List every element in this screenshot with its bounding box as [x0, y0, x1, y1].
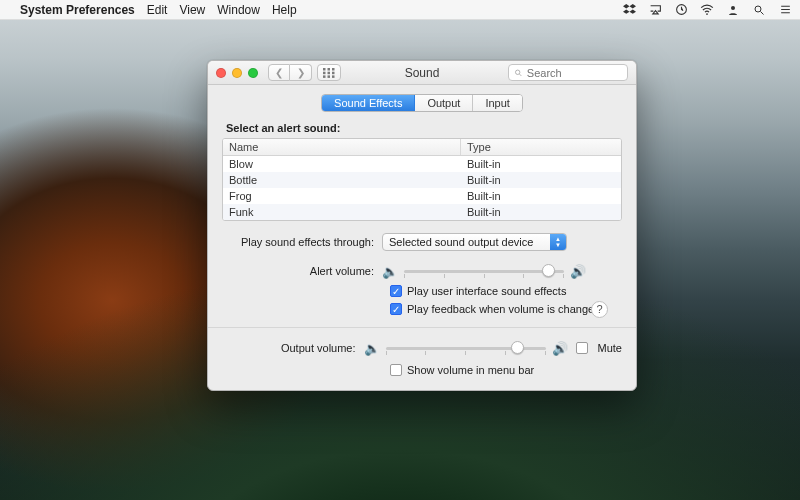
table-row[interactable]: BlowBuilt-in	[223, 156, 621, 172]
alert-volume-slider[interactable]	[404, 263, 564, 279]
svg-rect-11	[328, 75, 331, 78]
svg-rect-10	[323, 75, 326, 78]
speaker-high-icon: 🔊	[570, 264, 586, 279]
alert-name: Bottle	[223, 172, 461, 188]
alert-type: Built-in	[461, 156, 621, 172]
time-machine-icon[interactable]	[674, 3, 688, 17]
back-button[interactable]: ❮	[268, 64, 290, 81]
help-button[interactable]: ?	[591, 301, 608, 318]
svg-rect-7	[323, 71, 326, 74]
alert-sound-heading: Select an alert sound:	[226, 122, 622, 134]
alert-type: Built-in	[461, 204, 621, 220]
table-row[interactable]: BottleBuilt-in	[223, 172, 621, 188]
user-icon[interactable]	[726, 3, 740, 17]
svg-rect-5	[328, 68, 331, 71]
ui-sounds-label: Play user interface sound effects	[407, 285, 566, 297]
speaker-low-icon: 🔈	[364, 341, 380, 356]
column-type[interactable]: Type	[461, 139, 621, 155]
output-volume-label: Output volume:	[222, 342, 364, 354]
menu-help[interactable]: Help	[272, 3, 297, 17]
svg-rect-9	[332, 71, 335, 74]
alert-type: Built-in	[461, 188, 621, 204]
table-row[interactable]: FrogBuilt-in	[223, 188, 621, 204]
svg-point-2	[731, 6, 735, 10]
notification-center-icon[interactable]	[778, 3, 792, 17]
play-through-value: Selected sound output device	[389, 236, 533, 248]
show-all-button[interactable]	[317, 64, 341, 81]
svg-point-3	[755, 6, 761, 12]
volume-feedback-label: Play feedback when volume is changed	[407, 303, 600, 315]
dropbox-icon[interactable]	[622, 3, 636, 17]
tab-output[interactable]: Output	[415, 95, 473, 111]
table-row[interactable]: FunkBuilt-in	[223, 204, 621, 220]
svg-rect-6	[332, 68, 335, 71]
menu-window[interactable]: Window	[217, 3, 260, 17]
speaker-low-icon: 🔈	[382, 264, 398, 279]
app-menu[interactable]: System Preferences	[20, 3, 135, 17]
close-window-button[interactable]	[216, 68, 226, 78]
menu-view[interactable]: View	[179, 3, 205, 17]
speaker-high-icon: 🔊	[552, 341, 568, 356]
wifi-icon[interactable]	[700, 3, 714, 17]
alert-name: Frog	[223, 188, 461, 204]
tab-input[interactable]: Input	[473, 95, 521, 111]
volume-feedback-checkbox[interactable]: ✓	[390, 303, 402, 315]
ui-sounds-checkbox[interactable]: ✓	[390, 285, 402, 297]
alert-type: Built-in	[461, 172, 621, 188]
sound-tabs: Sound Effects Output Input	[321, 94, 523, 112]
spotlight-icon[interactable]	[752, 3, 766, 17]
forward-button[interactable]: ❯	[290, 64, 312, 81]
svg-rect-12	[332, 75, 335, 78]
play-through-label: Play sound effects through:	[222, 236, 382, 248]
svg-point-1	[706, 13, 708, 15]
alert-name: Funk	[223, 204, 461, 220]
menu-bar: System Preferences Edit View Window Help	[0, 0, 800, 20]
svg-point-13	[515, 70, 519, 74]
alert-volume-label: Alert volume:	[222, 265, 382, 277]
column-name[interactable]: Name	[223, 139, 461, 155]
tab-sound-effects[interactable]: Sound Effects	[322, 95, 415, 111]
preferences-window: ❮ ❯ Sound Sound Effects Output Input Sel…	[207, 60, 637, 391]
airplay-icon[interactable]	[648, 3, 662, 17]
mute-checkbox[interactable]	[576, 342, 588, 354]
select-arrows-icon: ▲▼	[550, 234, 566, 250]
alert-name: Blow	[223, 156, 461, 172]
search-input[interactable]	[527, 67, 622, 79]
alert-sounds-table: Name Type BlowBuilt-inBottleBuilt-inFrog…	[222, 138, 622, 221]
window-titlebar[interactable]: ❮ ❯ Sound	[208, 61, 636, 85]
mute-label: Mute	[598, 342, 622, 354]
show-volume-menubar-label: Show volume in menu bar	[407, 364, 534, 376]
minimize-window-button[interactable]	[232, 68, 242, 78]
search-field[interactable]	[508, 64, 628, 81]
zoom-window-button[interactable]	[248, 68, 258, 78]
svg-rect-8	[328, 71, 331, 74]
output-volume-slider[interactable]	[386, 340, 546, 356]
menu-edit[interactable]: Edit	[147, 3, 168, 17]
svg-rect-4	[323, 68, 326, 71]
play-through-select[interactable]: Selected sound output device ▲▼	[382, 233, 567, 251]
search-icon	[514, 68, 523, 78]
show-volume-menubar-checkbox[interactable]	[390, 364, 402, 376]
